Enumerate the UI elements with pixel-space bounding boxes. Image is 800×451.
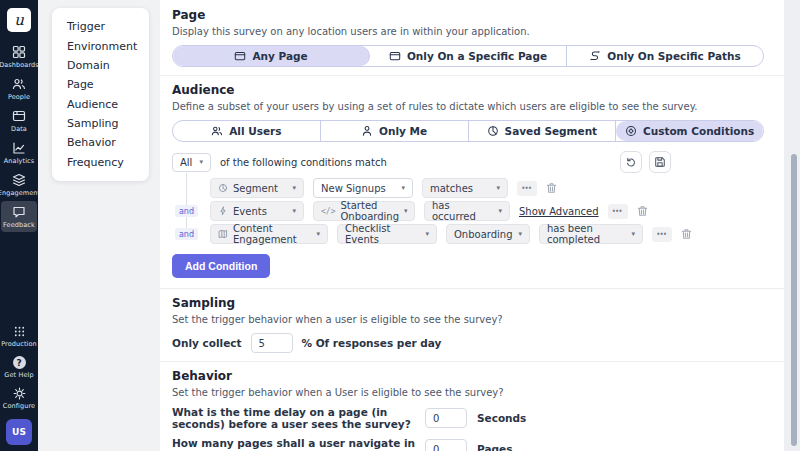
condition-more-button[interactable]: ⋯ [608, 204, 628, 219]
condition-field-select[interactable]: Checklist Events ▾ [337, 224, 437, 244]
conditions-list: Segment ▾ New Signups ▾ matches ▾ ⋯ and [172, 178, 764, 244]
sidebar-item-data[interactable]: Data [1, 105, 37, 136]
delete-condition-button[interactable] [546, 182, 557, 194]
menu-item-page[interactable]: Page [52, 75, 149, 94]
condition-connector: and [172, 228, 201, 240]
conditions-toolbar [620, 151, 671, 173]
delay-seconds-input[interactable] [425, 408, 467, 428]
sidebar-item-get-help[interactable]: ? Get Help [1, 352, 37, 382]
user-icon [361, 125, 373, 137]
sidebar-label: Feedback [3, 221, 35, 229]
tab-label: Any Page [252, 50, 307, 62]
sampling-percentage-input[interactable] [251, 333, 293, 353]
behavior-section: Behavior Set the trigger behavior when a… [172, 369, 764, 451]
section-divider [160, 75, 784, 76]
tab-all-users[interactable]: All Users [173, 121, 321, 141]
route-path-icon [589, 50, 601, 62]
chevron-down-icon: ▾ [316, 231, 320, 238]
menu-item-audience[interactable]: Audience [52, 95, 149, 114]
condition-connector: and [172, 205, 201, 217]
reset-conditions-button[interactable] [620, 151, 642, 173]
add-condition-button[interactable]: Add Condition [172, 254, 270, 278]
menu-item-environment[interactable]: Environment [52, 36, 149, 55]
condition-type-select[interactable]: Segment ▾ [210, 178, 304, 198]
condition-more-button[interactable]: ⋯ [517, 181, 537, 196]
tab-only-on-specific-paths[interactable]: Only On Specific Paths [567, 46, 763, 66]
settings-menu-card: Trigger Environment Domain Page Audience… [52, 8, 149, 181]
menu-item-behavior[interactable]: Behavior [52, 133, 149, 152]
save-segment-button[interactable] [649, 151, 671, 173]
behavior-section-description: Set the trigger behavior when a User is … [172, 387, 764, 398]
tab-saved-segment[interactable]: Saved Segment [469, 121, 617, 141]
condition-value-select[interactable]: Onboarding ▾ [446, 224, 530, 244]
condition-type-select[interactable]: Content Engagement ▾ [210, 224, 328, 244]
behavior-pages-question: How many pages shall a user navigate in … [172, 437, 425, 451]
user-avatar[interactable]: US [6, 419, 32, 445]
condition-type-select[interactable]: Events ▾ [210, 201, 304, 221]
chevron-down-icon: ▾ [401, 185, 405, 192]
main-panel: Page Display this survey on any location… [160, 0, 784, 451]
tab-only-on-specific-page[interactable]: Only On a Specific Page [370, 46, 567, 66]
condition-operator-value: matches [430, 183, 473, 194]
match-mode-value: All [180, 157, 192, 168]
sidebar-label: Data [11, 125, 27, 133]
chevron-down-icon: ▾ [199, 159, 203, 166]
condition-operator-select[interactable]: has been completed ▾ [539, 224, 643, 244]
tab-any-page[interactable]: Any Page [173, 46, 370, 66]
pages-count-input[interactable] [425, 439, 467, 451]
show-advanced-link[interactable]: Show Advanced [519, 206, 599, 217]
sidebar-label: People [8, 93, 30, 101]
tab-label: Saved Segment [505, 125, 598, 137]
sampling-row: Only collect % Of responses per day [172, 333, 764, 353]
audience-section: Audience Define a subset of your users b… [172, 83, 764, 280]
sidebar-item-people[interactable]: People [1, 73, 37, 104]
delete-condition-button[interactable] [637, 205, 648, 217]
delete-condition-button[interactable] [681, 228, 692, 240]
menu-item-domain[interactable]: Domain [52, 56, 149, 75]
segment-pie-icon [487, 125, 499, 137]
menu-item-frequency[interactable]: Frequency [52, 153, 149, 172]
code-icon: </> [321, 207, 335, 216]
condition-field-select[interactable]: </> Started Onboarding ▾ [313, 201, 415, 221]
scrollbar-track[interactable] [784, 0, 800, 451]
sidebar-item-configure[interactable]: Configure [1, 383, 37, 413]
sampling-label-after: % Of responses per day [302, 337, 442, 349]
page-section-description: Display this survey on any location user… [172, 26, 764, 37]
behavior-section-title: Behavior [172, 369, 764, 383]
sampling-section: Sampling Set the trigger behavior when a… [172, 296, 764, 353]
condition-type-value: Segment [233, 183, 278, 194]
condition-field-select[interactable]: New Signups ▾ [313, 178, 413, 198]
condition-operator-select[interactable]: matches ▾ [422, 178, 508, 198]
sidebar-item-analytics[interactable]: Analytics [1, 137, 37, 168]
browser-window-icon [234, 50, 246, 62]
sidebar-item-engagement[interactable]: Engagement [1, 169, 37, 200]
and-connector-badge: and [175, 205, 198, 217]
chevron-down-icon: ▾ [498, 208, 502, 215]
map-book-icon [218, 229, 228, 239]
app-logo-letter: u [14, 11, 24, 29]
sidebar-item-dashboards[interactable]: Dashboards [1, 41, 37, 72]
condition-operator-value: has been completed [547, 223, 626, 245]
condition-more-button[interactable]: ⋯ [652, 227, 672, 242]
sidebar-item-production[interactable]: Production [1, 321, 37, 351]
sidebar-item-feedback[interactable]: Feedback [1, 201, 37, 232]
tab-only-me[interactable]: Only Me [321, 121, 469, 141]
section-divider [160, 288, 784, 289]
audience-section-title: Audience [172, 83, 764, 97]
people-icon [12, 77, 26, 91]
app-logo[interactable]: u [7, 8, 31, 32]
menu-item-trigger[interactable]: Trigger [52, 17, 149, 36]
scrollbar-thumb[interactable] [791, 154, 797, 446]
sidebar-label: Dashboards [0, 61, 39, 69]
page-section: Page Display this survey on any location… [172, 8, 764, 67]
condition-field-value: Checklist Events [345, 223, 420, 245]
undo-icon [625, 156, 637, 168]
menu-item-sampling[interactable]: Sampling [52, 114, 149, 133]
tab-custom-conditions[interactable]: Custom Conditions [616, 121, 763, 141]
sidebar-bottom: Production ? Get Help Configure US [1, 321, 37, 445]
match-mode-select[interactable]: All ▾ [172, 153, 211, 172]
tab-label: Only Me [379, 125, 427, 137]
condition-operator-select[interactable]: has occurred ▾ [424, 201, 510, 221]
condition-row: and Events ▾ </> Started Onboarding ▾ ha… [172, 201, 764, 221]
tab-label: Only On a Specific Page [407, 50, 547, 62]
